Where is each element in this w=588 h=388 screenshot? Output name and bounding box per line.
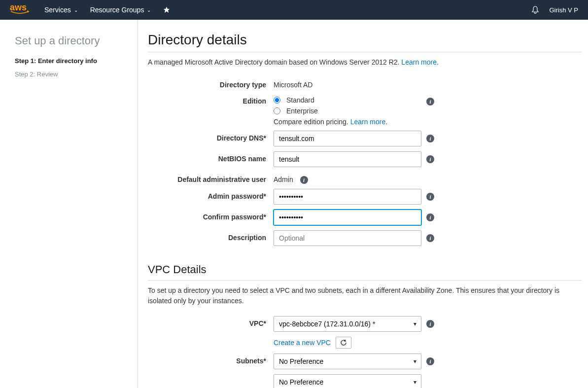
caret-down-icon: ⌄: [74, 7, 78, 13]
step-1[interactable]: Step 1: Enter directory info: [15, 57, 128, 65]
nav-user[interactable]: Girish V P: [549, 6, 578, 14]
nav-resource-groups[interactable]: Resource Groups ⌄: [90, 6, 151, 14]
compare-learn-more-link[interactable]: Learn more: [350, 118, 386, 126]
nav-services[interactable]: Services ⌄: [44, 6, 78, 14]
confirm-password-input[interactable]: [274, 210, 421, 225]
page-desc: A managed Microsoft Active Directory dom…: [148, 57, 582, 68]
subnets-label: Subnets*: [148, 353, 274, 365]
edition-enterprise-radio[interactable]: [274, 107, 280, 114]
subnet2-select[interactable]: No Preference: [274, 374, 421, 388]
info-icon[interactable]: i: [426, 135, 434, 142]
directory-type-value: Microsoft AD: [274, 77, 312, 89]
bell-icon[interactable]: [531, 6, 539, 14]
compare-pricing: Compare edition pricing. Learn more.: [274, 118, 421, 126]
info-icon[interactable]: i: [426, 155, 434, 163]
admin-user-value: Admin i: [274, 172, 308, 184]
info-icon[interactable]: i: [426, 234, 434, 242]
netbios-label: NetBIOS name: [148, 151, 274, 163]
info-icon[interactable]: i: [426, 193, 434, 201]
info-icon[interactable]: i: [426, 320, 434, 328]
dns-label: Directory DNS*: [148, 131, 274, 142]
top-nav: aws Services ⌄ Resource Groups ⌄ Girish …: [0, 0, 588, 20]
dns-input[interactable]: [274, 131, 421, 146]
info-icon[interactable]: i: [426, 98, 434, 106]
subnet1-select[interactable]: No Preference: [274, 353, 421, 369]
caret-down-icon: ⌄: [147, 7, 151, 13]
info-icon[interactable]: i: [426, 357, 434, 365]
page-title: Directory details: [148, 32, 582, 52]
netbios-input[interactable]: [274, 151, 421, 167]
directory-type-label: Directory type: [148, 77, 274, 89]
admin-password-input[interactable]: [274, 189, 421, 205]
edition-standard-radio[interactable]: [274, 97, 280, 104]
refresh-icon: [340, 339, 347, 346]
logo-text: aws: [10, 4, 30, 11]
create-vpc-link[interactable]: Create a new VPC: [274, 339, 331, 347]
setup-sidebar: Set up a directory Step 1: Enter directo…: [0, 20, 138, 388]
description-label: Description: [148, 230, 274, 242]
aws-logo[interactable]: aws: [10, 4, 30, 16]
main-content: Directory details A managed Microsoft Ac…: [138, 20, 582, 388]
vpc-label: VPC*: [148, 316, 274, 327]
sidebar-title: Set up a directory: [15, 35, 128, 47]
learn-more-link[interactable]: Learn more: [401, 58, 437, 66]
vpc-desc: To set up a directory you need to select…: [148, 285, 582, 306]
info-icon[interactable]: i: [300, 176, 308, 184]
admin-user-label: Default administrative user: [148, 172, 274, 183]
pin-icon[interactable]: [163, 6, 170, 13]
step-2[interactable]: Step 2: Review: [15, 71, 128, 78]
vpc-select[interactable]: vpc-8ebcbce7 (172.31.0.0/16) *: [274, 316, 421, 332]
admin-password-label: Admin password*: [148, 189, 274, 200]
description-input[interactable]: [274, 230, 421, 246]
logo-smile-icon: [10, 10, 30, 15]
vpc-title: VPC Details: [148, 263, 582, 281]
confirm-password-label: Confirm password*: [148, 210, 274, 221]
edition-label: Edition: [148, 94, 274, 105]
refresh-vpc-button[interactable]: [336, 337, 351, 349]
edition-enterprise-label: Enterprise: [286, 107, 318, 115]
info-icon[interactable]: i: [426, 213, 434, 221]
edition-standard-label: Standard: [286, 96, 314, 104]
